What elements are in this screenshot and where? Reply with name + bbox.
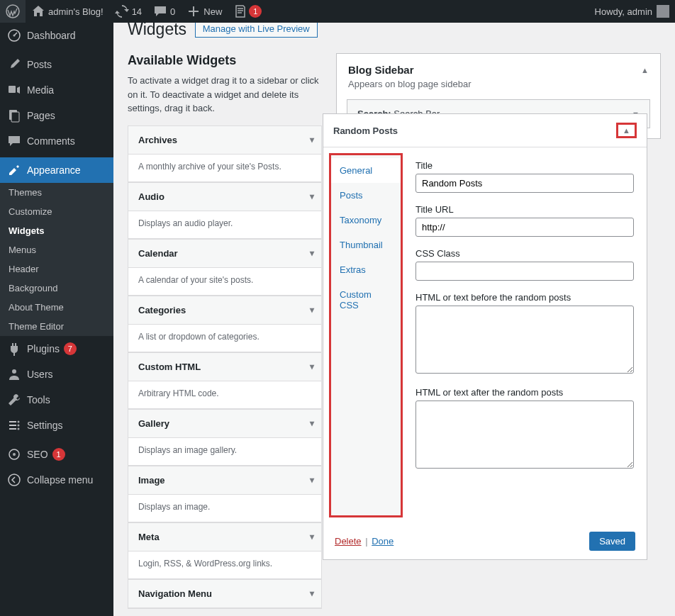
menu-appearance[interactable]: Appearance [0,157,113,183]
chevron-up-icon: ▲ [641,66,649,74]
available-widget-name: Navigation Menu [128,580,321,608]
wp-logo[interactable] [0,0,26,23]
menu-posts[interactable]: Posts [0,52,113,77]
tab-taxonomy[interactable]: Taxonomy [331,208,401,233]
admin-sidebar: Dashboard Posts Media Pages Comments App… [0,23,113,616]
tab-posts[interactable]: Posts [331,183,401,208]
svg-point-7 [18,421,20,423]
widget-random-toggle[interactable]: Random Posts ▲ [323,114,647,147]
submenu-header[interactable]: Header [0,259,113,279]
avatar-icon [657,5,669,18]
titleurl-input[interactable] [415,218,634,237]
available-widget-name: Image [128,466,321,495]
appearance-submenu: Themes Customize Widgets Menus Header Ba… [0,183,113,336]
before-textarea[interactable] [415,306,634,374]
available-widget-name: Archives [128,126,321,155]
available-widget-desc: Displays an audio player. [128,211,321,238]
seo-notif[interactable]: 1 [228,0,267,23]
tab-extras[interactable]: Extras [331,257,401,282]
svg-rect-3 [9,86,16,93]
available-heading: Available Widgets [128,53,322,68]
menu-media[interactable]: Media [0,77,113,103]
available-widget-name: Calendar [128,240,321,268]
available-widget[interactable]: MetaLogin, RSS, & WordPress.org links. [128,522,322,579]
submenu-themes[interactable]: Themes [0,183,113,202]
submenu-customize[interactable]: Customize [0,202,113,221]
titleurl-label: Title URL [415,204,634,215]
svg-point-12 [9,474,20,486]
new-link[interactable]: New [181,0,228,23]
available-widget-desc: A calendar of your site's posts. [128,268,321,295]
menu-seo[interactable]: SEO1 [0,442,113,467]
available-widget-name: Gallery [128,410,321,438]
sidebar-area-title: Blog Sidebar [348,64,414,76]
available-widget-desc: Displays an image gallery. [128,438,321,465]
menu-pages[interactable]: Pages [0,103,113,128]
tab-custom-css[interactable]: Custom CSS [331,282,401,318]
sidebar-area-desc: Appears on blog page sidebar [337,79,660,99]
widget-tabs: General Posts Taxonomy Thumbnail Extras … [329,153,403,517]
site-link[interactable]: admin's Blog! [26,0,109,23]
available-widget-desc: A monthly archive of your site's Posts. [128,155,321,181]
tab-general[interactable]: General [331,158,401,183]
available-widget-desc: A list or dropdown of categories. [128,325,321,352]
menu-plugins[interactable]: Plugins7 [0,336,113,362]
available-widget[interactable]: ImageDisplays an image. [128,466,322,522]
admin-bar: admin's Blog! 14 0 New 1 Howdy, admin [0,0,675,23]
available-widget-name: Custom HTML [128,353,321,381]
title-input[interactable] [415,174,634,193]
available-widget[interactable]: ArchivesA monthly archive of your site's… [128,125,322,182]
saved-button[interactable]: Saved [589,532,635,551]
before-label: HTML or text before the random posts [415,292,634,303]
live-preview-button[interactable]: Manage with Live Preview [195,23,318,38]
menu-dashboard[interactable]: Dashboard [0,23,113,48]
svg-point-11 [13,453,16,456]
sidebar-area-toggle[interactable]: Blog Sidebar ▲ [337,54,660,79]
available-widget[interactable]: Navigation Menu [128,579,322,609]
updates-link[interactable]: 14 [109,0,147,23]
available-widget[interactable]: GalleryDisplays an image gallery. [128,409,322,466]
account-link[interactable]: Howdy, admin [589,0,675,23]
widget-random-posts: Random Posts ▲ General Posts Taxonomy Th… [323,113,647,560]
available-widget-name: Meta [128,523,321,551]
title-label: Title [415,160,634,171]
available-widget[interactable]: CategoriesA list or dropdown of categori… [128,296,322,352]
menu-collapse[interactable]: Collapse menu [0,467,113,493]
svg-point-8 [18,425,20,427]
available-widget[interactable]: Custom HTMLArbitrary HTML code. [128,352,322,409]
available-widget[interactable]: AudioDisplays an audio player. [128,182,322,239]
page-title: Widgets [128,23,186,39]
available-widget-name: Audio [128,183,321,211]
available-widget-desc: Arbitrary HTML code. [128,381,321,408]
cssclass-input[interactable] [415,262,634,281]
available-widget-name: Categories [128,296,321,325]
submenu-widgets[interactable]: Widgets [0,221,113,240]
submenu-menus[interactable]: Menus [0,240,113,259]
delete-link[interactable]: Delete [335,536,362,547]
submenu-theme-editor[interactable]: Theme Editor [0,317,113,336]
submenu-about-theme[interactable]: About Theme [0,298,113,317]
after-textarea[interactable] [415,401,634,469]
menu-users[interactable]: Users [0,362,113,387]
svg-point-9 [18,428,20,430]
available-desc: To activate a widget drag it to a sideba… [128,74,322,116]
after-label: HTML or text after the random posts [415,387,634,398]
cssclass-label: CSS Class [415,248,634,259]
tab-thumbnail[interactable]: Thumbnail [331,233,401,257]
menu-tools[interactable]: Tools [0,387,113,413]
available-widget-desc: Displays an image. [128,495,321,522]
menu-settings[interactable]: Settings [0,413,113,438]
available-widget-desc: Login, RSS, & WordPress.org links. [128,551,321,578]
svg-rect-5 [11,112,19,122]
svg-point-2 [13,35,16,37]
available-widget[interactable]: CalendarA calendar of your site's posts. [128,239,322,296]
comments-link[interactable]: 0 [147,0,181,23]
done-link[interactable]: Done [372,536,394,547]
menu-comments[interactable]: Comments [0,128,113,154]
chevron-up-icon: ▲ [616,123,637,138]
widget-random-title: Random Posts [333,125,398,136]
svg-point-6 [12,369,16,374]
submenu-background[interactable]: Background [0,279,113,298]
